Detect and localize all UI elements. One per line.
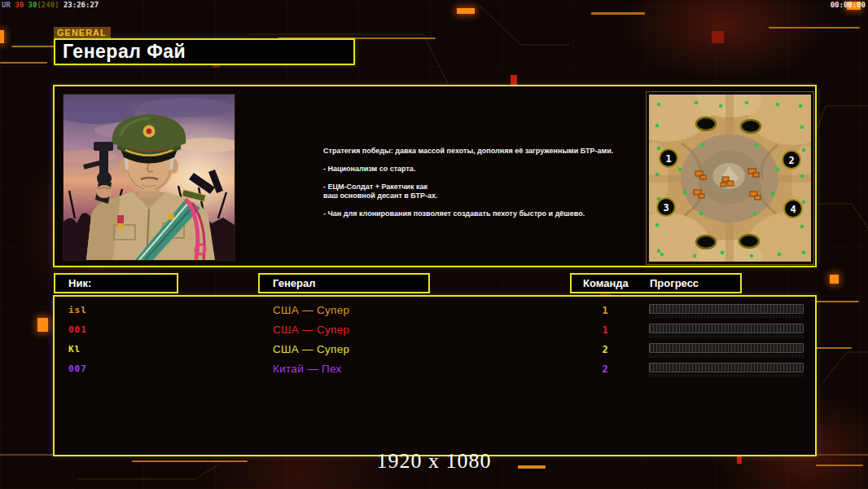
player-progress-bar [649, 324, 804, 338]
player-nick: Kl [68, 344, 81, 355]
progress-bar-track [649, 304, 804, 314]
debug-bracket: [240] [37, 1, 59, 9]
player-team: 1 [597, 324, 613, 336]
player-list: isl США — Супер 1 001 США — Супер 1 Kl С… [55, 297, 815, 455]
general-portrait-illustration [64, 95, 235, 260]
progress-bar-reflection [649, 315, 804, 319]
progress-bar-reflection [649, 354, 804, 358]
resolution-label: 1920 x 1080 [0, 449, 868, 474]
general-header-label: Генерал [273, 277, 315, 289]
deco-square-orange [0, 30, 4, 43]
player-team: 2 [597, 344, 613, 355]
general-title-box: Генерал Фай [54, 38, 355, 65]
strategy-line: Стратегия победы: давка массой пехоты, д… [323, 147, 641, 156]
deco-line [591, 12, 645, 15]
player-general: США — Супер [273, 343, 349, 355]
general-info-panel: Стратегия победы: давка массой пехоты, д… [53, 85, 817, 267]
player-team: 1 [597, 305, 613, 316]
player-general: Китай — Пех [273, 363, 341, 375]
debug-prefix: UR [2, 1, 11, 9]
progress-bar-track [649, 363, 804, 372]
debug-fps2: 30 [28, 1, 37, 9]
deco-line [0, 62, 47, 64]
progress-bar-reflection [649, 334, 804, 338]
player-general: США — Супер [273, 324, 349, 336]
deco-square-orange [830, 275, 839, 284]
deco-square-red [712, 31, 724, 43]
map-start-position: 2 [788, 155, 794, 166]
map-preview-illustration: 1 2 3 4 [649, 95, 811, 262]
map-start-position: 3 [663, 202, 669, 214]
player-row: 007 Китай — Пех 2 [55, 360, 815, 380]
player-progress-bar [649, 343, 804, 358]
column-header-general: Генерал [258, 273, 430, 293]
column-header-nick: Ник: [54, 273, 178, 293]
map-preview: 1 2 3 4 [647, 92, 813, 264]
map-start-position: 4 [790, 204, 796, 215]
player-nick: isl [68, 305, 87, 315]
team-header-label: Команда [583, 277, 629, 289]
debug-clock: 23:26:27 [64, 1, 99, 9]
player-progress-bar [649, 363, 804, 377]
nick-header-label: Ник: [68, 277, 91, 289]
progress-header-label: Прогресс [650, 277, 699, 289]
player-row: 001 США — Супер 1 [55, 321, 815, 341]
debug-readout: UR 30 30[240] 23:26:27 [2, 1, 99, 9]
strategy-line: - ЕЦМ-Солдат + Ракетчик как [323, 183, 641, 192]
player-row: isl США — Супер 1 [55, 302, 815, 321]
progress-bar-reflection [649, 373, 804, 377]
column-header-team-progress: Команда Прогресс [570, 273, 742, 293]
strategy-line: - Национализм со старта. [323, 165, 641, 174]
deco-square-orange [37, 318, 48, 332]
debug-fps1: 30 [15, 1, 24, 9]
player-nick: 001 [68, 324, 87, 335]
progress-bar-track [649, 343, 804, 353]
match-timer: 00:00:00 [831, 1, 866, 9]
map-start-position: 1 [665, 153, 671, 165]
general-portrait [63, 94, 235, 261]
player-nick: 007 [68, 363, 87, 374]
strategy-text: Стратегия победы: давка массой пехоты, д… [323, 147, 641, 227]
deco-square-orange [457, 8, 475, 14]
player-row: Kl США — Супер 2 [55, 341, 815, 360]
deco-line [769, 27, 860, 29]
page-title: Генерал Фай [63, 41, 186, 63]
player-general: США — Супер [273, 304, 349, 316]
strategy-line: - Чан для клонирования позволяет создава… [323, 209, 641, 218]
strategy-line: ваш основной десант в БТР-ах. [323, 192, 641, 200]
player-team: 2 [597, 363, 613, 375]
player-list-panel: isl США — Супер 1 001 США — Супер 1 Kl С… [53, 295, 817, 456]
player-progress-bar [649, 304, 804, 319]
general-tag-label: GENERAL [54, 27, 111, 39]
progress-bar-track [649, 324, 804, 333]
